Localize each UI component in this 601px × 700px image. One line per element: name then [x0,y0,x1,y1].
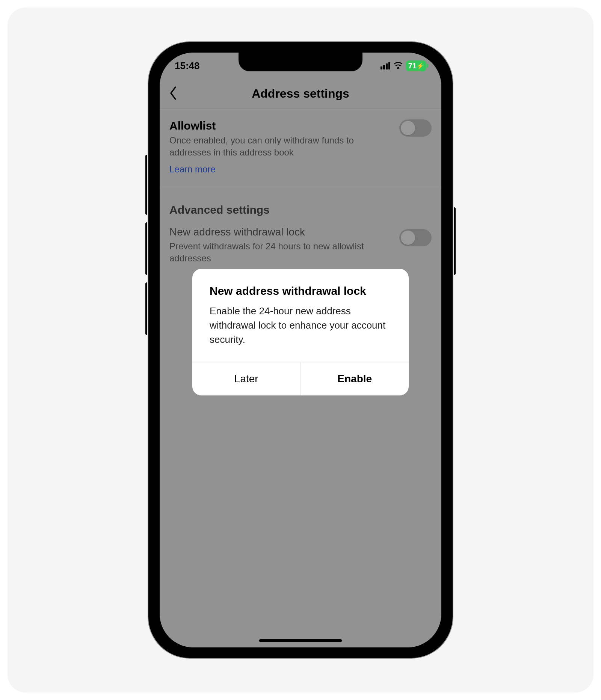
svg-point-0 [397,67,399,68]
screen: 15:48 71⚡ Address settings [160,53,441,647]
cellular-icon [381,62,390,69]
dialog-text: Enable the 24-hour new address withdrawa… [210,304,391,347]
notch [239,53,362,71]
wifi-icon [393,60,403,71]
status-time: 15:48 [175,60,200,72]
phone-frame: 15:48 71⚡ Address settings [148,42,453,658]
charging-icon: ⚡ [417,62,424,69]
dialog-title: New address withdrawal lock [210,285,391,297]
enable-button[interactable]: Enable [301,362,409,395]
home-indicator[interactable] [259,639,342,642]
battery-indicator: 71⚡ [406,60,426,71]
later-button[interactable]: Later [192,362,301,395]
dialog: New address withdrawal lock Enable the 2… [192,269,409,395]
